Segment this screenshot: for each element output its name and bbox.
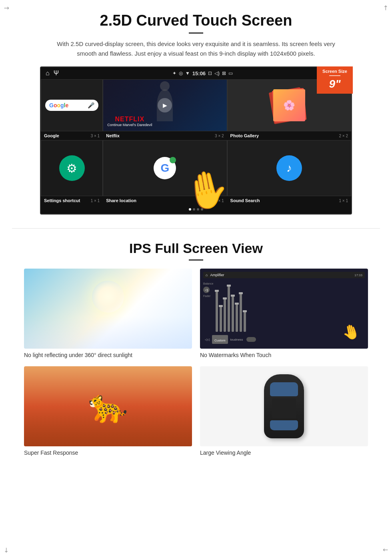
photo-app-name: Photo Gallery [230, 133, 259, 138]
amp-custom-btn[interactable]: Custom [212, 335, 228, 344]
section1-description: With 2.5D curved-display screen, this de… [56, 39, 336, 58]
camera-icon: ⊡ [208, 70, 212, 76]
section-curved-screen: 2.5D Curved Touch Screen With 2.5D curve… [0, 0, 392, 224]
netflix-app-size: 3 × 2 [215, 134, 224, 138]
badge-label: Screen Size [318, 69, 351, 74]
settings-icon: ⚙ [59, 155, 85, 181]
car-rear [270, 420, 298, 430]
amp-toggle[interactable] [246, 337, 256, 342]
rect-icon: ▭ [228, 70, 233, 76]
car-caption: Large Viewing Angle [200, 450, 368, 456]
sound-icon: ♪ [276, 155, 302, 181]
screen-size-badge: Screen Size 9" [317, 66, 353, 94]
amp-bars-container [216, 281, 365, 332]
hand-pointer: 🤚 [181, 168, 232, 211]
amp-bar-7 [240, 293, 242, 332]
amp-balance-label: Balance [203, 282, 213, 285]
settings-app-size: 1 × 1 [91, 199, 100, 203]
amp-controls: Balance ◁) Fader [203, 281, 365, 333]
status-time: 15:06 [192, 70, 206, 76]
car-roof [272, 398, 296, 418]
app-grid-row2: ⚙ G 🤚 ♪ [41, 140, 351, 196]
settings-cell[interactable]: ⚙ [41, 140, 103, 196]
section1-divider [189, 32, 203, 34]
sound-app-size: 1 × 1 [339, 199, 348, 203]
amp-bar-4 [228, 286, 230, 332]
horizontal-divider [12, 228, 380, 229]
section2-divider [189, 259, 203, 261]
google-badge [170, 157, 176, 163]
netflix-play-button[interactable]: ▶ [158, 98, 172, 112]
amp-loudness-label: loudness [230, 338, 243, 341]
cheetah-image: 🐆 [24, 366, 192, 446]
amp-header: ⌂ Amplifier 17:33 [203, 272, 365, 278]
gps-icon: ◎ [179, 70, 183, 76]
share-location-cell[interactable]: G 🤚 [103, 140, 227, 196]
car-windshield [270, 382, 298, 396]
status-left-icons: ⌂ Ψ [46, 70, 59, 77]
amp-fader-label: Fader [203, 295, 213, 297]
x-icon: ⊠ [222, 70, 226, 76]
device-screen: ⌂ Ψ ✦ ◎ ▼ 15:06 ⊡ ◁) ⊠ ▭ [40, 66, 352, 215]
photo-card-3: 🌸 [273, 89, 305, 121]
cheetah-caption: Super Fast Response [24, 450, 192, 456]
amp-speaker-icon: ◁) [203, 287, 210, 293]
google-app-size: 3 × 1 [91, 134, 100, 138]
app-labels-row1: Google 3 × 1 Netflix 3 × 2 Photo Gallery… [41, 131, 351, 140]
home-icon: ⌂ [46, 70, 50, 77]
sky-card: No light reflecting under 360° direct su… [24, 269, 192, 358]
amp-footer: ◁◁ Custom loudness [203, 333, 365, 345]
sky-sun [92, 281, 124, 313]
netflix-overlay: NETFLIX Continue Marvel's Daredevil [107, 116, 152, 127]
car-body [264, 374, 304, 438]
amp-home-icon: ⌂ [206, 273, 208, 277]
app-grid-row1: Google 🎤 ▶ NETFLI [41, 79, 351, 131]
section1-title: 2.5D Curved Touch Screen [24, 12, 368, 29]
photo-label-group: Photo Gallery 2 × 2 [227, 131, 351, 140]
netflix-subtitle: Continue Marvel's Daredevil [107, 123, 152, 127]
netflix-cell[interactable]: ▶ NETFLIX Continue Marvel's Daredevil [103, 79, 227, 131]
netflix-app-name: Netflix [106, 133, 120, 138]
car-image: ↗ ↗ ↗ ↗ [200, 366, 368, 446]
amplifier-image: ⌂ Amplifier 17:33 Balance ◁) Fader [200, 269, 368, 349]
section2-title: IPS Full Screen View [24, 241, 368, 256]
amp-custom-label: Custom [214, 339, 226, 342]
cheetah-emoji: 🐆 [88, 387, 128, 425]
amp-bar-2 [220, 306, 222, 332]
netflix-logo-text: NETFLIX [107, 116, 152, 123]
amplifier-card: ⌂ Amplifier 17:33 Balance ◁) Fader [200, 269, 368, 358]
google-g-icon: G [154, 157, 176, 179]
share-app-name: Share location [106, 198, 136, 203]
image-grid: No light reflecting under 360° direct su… [24, 269, 368, 456]
google-search-bar[interactable]: Google 🎤 [45, 100, 98, 111]
amp-bar-8 [244, 311, 246, 332]
sound-label-group: Sound Search 1 × 1 [227, 196, 351, 205]
settings-label-group: Settings shortcut 1 × 1 [41, 196, 103, 205]
google-cell[interactable]: Google 🎤 [41, 79, 103, 131]
photo-app-size: 2 × 2 [339, 134, 348, 138]
amp-bar-1 [216, 291, 218, 332]
amp-bar-3 [224, 299, 226, 332]
amplifier-caption: No Watermarks When Touch [200, 352, 368, 358]
signal-icon: ▼ [185, 70, 190, 76]
settings-app-name: Settings shortcut [44, 198, 80, 203]
status-bar: ⌂ Ψ ✦ ◎ ▼ 15:06 ⊡ ◁) ⊠ ▭ [41, 67, 351, 79]
badge-size: 9" [329, 78, 341, 90]
share-content: G [154, 157, 176, 179]
bluetooth-icon: ✦ [172, 70, 176, 76]
amp-time: 17:33 [354, 273, 362, 277]
mic-icon[interactable]: 🎤 [88, 102, 94, 108]
amp-title: Amplifier [210, 273, 224, 277]
usb-icon: Ψ [54, 70, 59, 77]
amp-footer-arrows: ◁◁ [205, 338, 210, 341]
sound-app-name: Sound Search [230, 198, 260, 203]
figure-head [160, 81, 170, 91]
cheetah-card: 🐆 Super Fast Response [24, 366, 192, 456]
netflix-label-group: Netflix 3 × 2 [103, 131, 227, 140]
amp-left-labels: Balance ◁) Fader [203, 281, 213, 297]
volume-icon: ◁) [214, 70, 220, 76]
car-card: ↗ ↗ ↗ ↗ Large Viewing Angle [200, 366, 368, 456]
amp-bar-5 [232, 296, 234, 332]
sound-search-cell[interactable]: ♪ [227, 140, 351, 196]
google-label-group: Google 3 × 1 [41, 131, 103, 140]
